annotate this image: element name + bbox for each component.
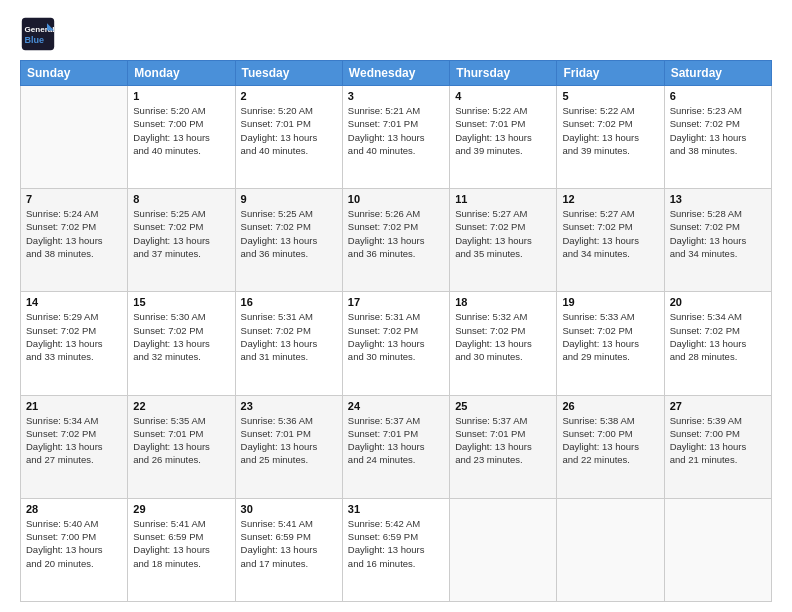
day-number: 3 — [348, 90, 444, 102]
day-cell: 22Sunrise: 5:35 AM Sunset: 7:01 PM Dayli… — [128, 395, 235, 498]
day-number: 6 — [670, 90, 766, 102]
day-info: Sunrise: 5:31 AM Sunset: 7:02 PM Dayligh… — [348, 310, 444, 363]
day-info: Sunrise: 5:41 AM Sunset: 6:59 PM Dayligh… — [241, 517, 337, 570]
day-number: 14 — [26, 296, 122, 308]
day-cell: 7Sunrise: 5:24 AM Sunset: 7:02 PM Daylig… — [21, 189, 128, 292]
day-info: Sunrise: 5:22 AM Sunset: 7:01 PM Dayligh… — [455, 104, 551, 157]
day-info: Sunrise: 5:23 AM Sunset: 7:02 PM Dayligh… — [670, 104, 766, 157]
day-cell: 12Sunrise: 5:27 AM Sunset: 7:02 PM Dayli… — [557, 189, 664, 292]
day-info: Sunrise: 5:39 AM Sunset: 7:00 PM Dayligh… — [670, 414, 766, 467]
day-number: 8 — [133, 193, 229, 205]
week-row-2: 14Sunrise: 5:29 AM Sunset: 7:02 PM Dayli… — [21, 292, 772, 395]
day-number: 21 — [26, 400, 122, 412]
day-info: Sunrise: 5:32 AM Sunset: 7:02 PM Dayligh… — [455, 310, 551, 363]
day-cell: 4Sunrise: 5:22 AM Sunset: 7:01 PM Daylig… — [450, 86, 557, 189]
week-row-4: 28Sunrise: 5:40 AM Sunset: 7:00 PM Dayli… — [21, 498, 772, 601]
day-number: 19 — [562, 296, 658, 308]
day-info: Sunrise: 5:26 AM Sunset: 7:02 PM Dayligh… — [348, 207, 444, 260]
day-info: Sunrise: 5:22 AM Sunset: 7:02 PM Dayligh… — [562, 104, 658, 157]
day-number: 13 — [670, 193, 766, 205]
day-cell: 2Sunrise: 5:20 AM Sunset: 7:01 PM Daylig… — [235, 86, 342, 189]
day-cell: 28Sunrise: 5:40 AM Sunset: 7:00 PM Dayli… — [21, 498, 128, 601]
day-number: 17 — [348, 296, 444, 308]
day-info: Sunrise: 5:33 AM Sunset: 7:02 PM Dayligh… — [562, 310, 658, 363]
week-row-3: 21Sunrise: 5:34 AM Sunset: 7:02 PM Dayli… — [21, 395, 772, 498]
page: General Blue SundayMondayTuesdayWednesda… — [0, 0, 792, 612]
day-number: 27 — [670, 400, 766, 412]
day-info: Sunrise: 5:24 AM Sunset: 7:02 PM Dayligh… — [26, 207, 122, 260]
day-cell: 20Sunrise: 5:34 AM Sunset: 7:02 PM Dayli… — [664, 292, 771, 395]
weekday-header-tuesday: Tuesday — [235, 61, 342, 86]
day-info: Sunrise: 5:20 AM Sunset: 7:00 PM Dayligh… — [133, 104, 229, 157]
day-info: Sunrise: 5:25 AM Sunset: 7:02 PM Dayligh… — [133, 207, 229, 260]
day-info: Sunrise: 5:36 AM Sunset: 7:01 PM Dayligh… — [241, 414, 337, 467]
day-info: Sunrise: 5:40 AM Sunset: 7:00 PM Dayligh… — [26, 517, 122, 570]
day-cell: 17Sunrise: 5:31 AM Sunset: 7:02 PM Dayli… — [342, 292, 449, 395]
day-info: Sunrise: 5:38 AM Sunset: 7:00 PM Dayligh… — [562, 414, 658, 467]
day-cell: 3Sunrise: 5:21 AM Sunset: 7:01 PM Daylig… — [342, 86, 449, 189]
day-info: Sunrise: 5:31 AM Sunset: 7:02 PM Dayligh… — [241, 310, 337, 363]
day-number: 22 — [133, 400, 229, 412]
weekday-header-sunday: Sunday — [21, 61, 128, 86]
weekday-header-row: SundayMondayTuesdayWednesdayThursdayFrid… — [21, 61, 772, 86]
logo: General Blue — [20, 16, 56, 52]
day-number: 18 — [455, 296, 551, 308]
day-cell — [450, 498, 557, 601]
day-cell: 31Sunrise: 5:42 AM Sunset: 6:59 PM Dayli… — [342, 498, 449, 601]
day-number: 10 — [348, 193, 444, 205]
day-number: 31 — [348, 503, 444, 515]
day-info: Sunrise: 5:34 AM Sunset: 7:02 PM Dayligh… — [670, 310, 766, 363]
day-number: 1 — [133, 90, 229, 102]
day-cell — [557, 498, 664, 601]
day-cell: 1Sunrise: 5:20 AM Sunset: 7:00 PM Daylig… — [128, 86, 235, 189]
day-cell — [21, 86, 128, 189]
day-cell: 6Sunrise: 5:23 AM Sunset: 7:02 PM Daylig… — [664, 86, 771, 189]
day-cell: 14Sunrise: 5:29 AM Sunset: 7:02 PM Dayli… — [21, 292, 128, 395]
weekday-header-wednesday: Wednesday — [342, 61, 449, 86]
day-number: 23 — [241, 400, 337, 412]
day-cell: 5Sunrise: 5:22 AM Sunset: 7:02 PM Daylig… — [557, 86, 664, 189]
day-number: 9 — [241, 193, 337, 205]
day-cell: 9Sunrise: 5:25 AM Sunset: 7:02 PM Daylig… — [235, 189, 342, 292]
svg-text:Blue: Blue — [25, 35, 45, 45]
day-number: 20 — [670, 296, 766, 308]
day-number: 4 — [455, 90, 551, 102]
day-cell — [664, 498, 771, 601]
day-info: Sunrise: 5:37 AM Sunset: 7:01 PM Dayligh… — [348, 414, 444, 467]
day-cell: 26Sunrise: 5:38 AM Sunset: 7:00 PM Dayli… — [557, 395, 664, 498]
day-cell: 21Sunrise: 5:34 AM Sunset: 7:02 PM Dayli… — [21, 395, 128, 498]
day-cell: 15Sunrise: 5:30 AM Sunset: 7:02 PM Dayli… — [128, 292, 235, 395]
day-cell: 24Sunrise: 5:37 AM Sunset: 7:01 PM Dayli… — [342, 395, 449, 498]
day-info: Sunrise: 5:21 AM Sunset: 7:01 PM Dayligh… — [348, 104, 444, 157]
day-number: 30 — [241, 503, 337, 515]
day-number: 11 — [455, 193, 551, 205]
header: General Blue — [20, 16, 772, 52]
day-number: 24 — [348, 400, 444, 412]
day-info: Sunrise: 5:35 AM Sunset: 7:01 PM Dayligh… — [133, 414, 229, 467]
day-cell: 25Sunrise: 5:37 AM Sunset: 7:01 PM Dayli… — [450, 395, 557, 498]
day-number: 12 — [562, 193, 658, 205]
day-info: Sunrise: 5:27 AM Sunset: 7:02 PM Dayligh… — [455, 207, 551, 260]
logo-icon: General Blue — [20, 16, 56, 52]
day-number: 2 — [241, 90, 337, 102]
day-info: Sunrise: 5:25 AM Sunset: 7:02 PM Dayligh… — [241, 207, 337, 260]
day-cell: 29Sunrise: 5:41 AM Sunset: 6:59 PM Dayli… — [128, 498, 235, 601]
day-number: 15 — [133, 296, 229, 308]
week-row-0: 1Sunrise: 5:20 AM Sunset: 7:00 PM Daylig… — [21, 86, 772, 189]
day-cell: 30Sunrise: 5:41 AM Sunset: 6:59 PM Dayli… — [235, 498, 342, 601]
day-info: Sunrise: 5:37 AM Sunset: 7:01 PM Dayligh… — [455, 414, 551, 467]
day-number: 7 — [26, 193, 122, 205]
day-info: Sunrise: 5:20 AM Sunset: 7:01 PM Dayligh… — [241, 104, 337, 157]
day-cell: 27Sunrise: 5:39 AM Sunset: 7:00 PM Dayli… — [664, 395, 771, 498]
day-number: 5 — [562, 90, 658, 102]
day-cell: 18Sunrise: 5:32 AM Sunset: 7:02 PM Dayli… — [450, 292, 557, 395]
day-info: Sunrise: 5:28 AM Sunset: 7:02 PM Dayligh… — [670, 207, 766, 260]
day-cell: 13Sunrise: 5:28 AM Sunset: 7:02 PM Dayli… — [664, 189, 771, 292]
day-cell: 11Sunrise: 5:27 AM Sunset: 7:02 PM Dayli… — [450, 189, 557, 292]
day-number: 28 — [26, 503, 122, 515]
day-info: Sunrise: 5:30 AM Sunset: 7:02 PM Dayligh… — [133, 310, 229, 363]
day-info: Sunrise: 5:29 AM Sunset: 7:02 PM Dayligh… — [26, 310, 122, 363]
day-number: 25 — [455, 400, 551, 412]
weekday-header-monday: Monday — [128, 61, 235, 86]
day-info: Sunrise: 5:42 AM Sunset: 6:59 PM Dayligh… — [348, 517, 444, 570]
